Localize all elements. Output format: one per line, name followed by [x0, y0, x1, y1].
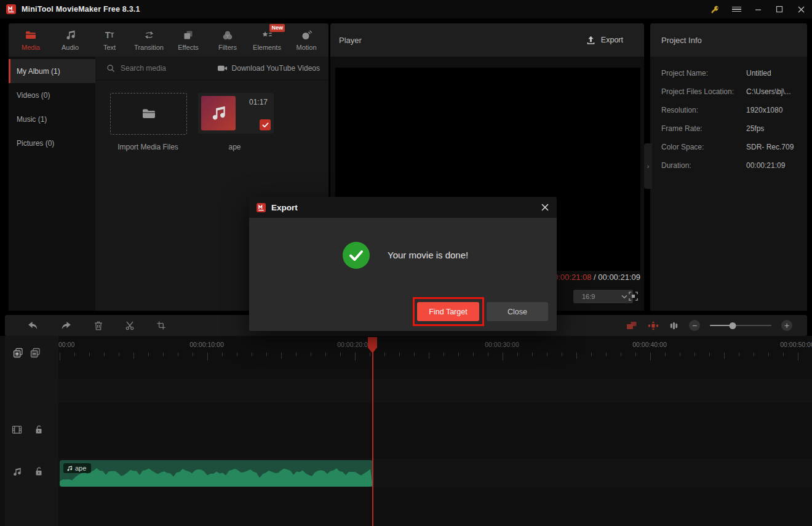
- youtube-video-icon: [217, 64, 228, 73]
- tab-media[interactable]: Media: [11, 23, 50, 57]
- ruler-time-label: 00:00:50:00: [780, 341, 812, 348]
- tab-label: Text: [103, 44, 116, 51]
- app-logo-icon: [257, 203, 266, 212]
- video-track-lock-icon[interactable]: [34, 424, 43, 434]
- search-icon: [106, 64, 115, 73]
- sidebar-item-videos[interactable]: Videos (0): [9, 83, 95, 107]
- fullscreen-icon[interactable]: [628, 291, 639, 301]
- audio-track-lock-icon[interactable]: [34, 466, 43, 476]
- success-check-icon: [343, 242, 370, 269]
- audio-track-icon: [12, 467, 22, 477]
- selected-check-icon[interactable]: [260, 119, 271, 130]
- project-row: Duration:00:00:21:09: [650, 156, 807, 175]
- project-row: Color Space:SDR- Rec.709: [650, 138, 807, 156]
- audio-waveform: [60, 460, 373, 487]
- tab-audio[interactable]: Audio: [50, 23, 90, 57]
- text-icon: TT: [105, 29, 114, 41]
- clip-name-badge: ape: [63, 463, 91, 473]
- chevron-down-icon: [621, 295, 627, 299]
- title-bar: MiniTool MovieMaker Free 8.3.1: [0, 0, 812, 18]
- project-row: Resolution:1920x1080: [650, 101, 807, 119]
- ruler-time-label: 00:00:30:00: [485, 341, 519, 348]
- undo-button[interactable]: [27, 321, 39, 330]
- player-title: Player: [339, 36, 362, 45]
- slider-thumb[interactable]: [730, 322, 736, 329]
- remove-track-icon[interactable]: [30, 347, 41, 359]
- ruler-time-label: 00:00:40:00: [632, 341, 666, 348]
- crop-button[interactable]: [156, 321, 166, 330]
- tab-text[interactable]: TT Text: [90, 23, 129, 57]
- search-input[interactable]: [119, 63, 214, 73]
- delete-button[interactable]: [94, 321, 103, 331]
- window-title: MiniTool MovieMaker Free 8.3.1: [22, 5, 140, 14]
- tab-motion[interactable]: Motion: [287, 23, 326, 57]
- sidebar-item-my-album[interactable]: My Album (1): [9, 59, 95, 83]
- export-button[interactable]: Export: [586, 35, 635, 46]
- redo-button[interactable]: [60, 321, 72, 330]
- app-window: MiniTool MovieMaker Free 8.3.1 Media: [0, 0, 812, 526]
- maximize-button[interactable]: [773, 2, 786, 16]
- media-folder-icon: [25, 29, 37, 41]
- timeline: 00:00 00:00:10:00 00:00:20:00 00:00:30:0…: [0, 336, 812, 526]
- tab-elements[interactable]: New Elements: [247, 23, 287, 57]
- overlay-mode-icon[interactable]: [626, 321, 638, 330]
- close-button[interactable]: [794, 2, 808, 16]
- ruler-time-label: 00:00:20:00: [337, 341, 371, 348]
- zoom-out-button[interactable]: −: [689, 320, 700, 331]
- media-item-ape[interactable]: 01:17: [198, 93, 274, 133]
- chevron-right-icon: ›: [647, 162, 650, 170]
- media-duration: 01:17: [249, 98, 268, 106]
- track-height-icon[interactable]: [669, 321, 679, 331]
- media-sidebar: My Album (1) Videos (0) Music (1) Pictur…: [9, 57, 95, 311]
- panel-collapse-handle[interactable]: ›: [644, 143, 652, 189]
- tab-filters[interactable]: Filters: [208, 23, 247, 57]
- add-track-icon[interactable]: [12, 347, 24, 359]
- tab-label: Filters: [218, 44, 237, 51]
- minimize-button[interactable]: [751, 2, 765, 16]
- zoom-in-button[interactable]: +: [781, 320, 792, 331]
- split-elements-icon[interactable]: [648, 321, 659, 330]
- license-key-icon[interactable]: [708, 2, 722, 16]
- tab-effects[interactable]: Effects: [169, 23, 208, 57]
- split-scissors-button[interactable]: [125, 321, 135, 330]
- audio-clip-ape[interactable]: ape: [60, 460, 373, 487]
- slider-track: [710, 325, 771, 326]
- music-note-icon: [66, 465, 73, 472]
- tab-label: Transition: [134, 44, 164, 51]
- find-target-button[interactable]: Find Target: [417, 302, 479, 321]
- tab-label: Motion: [296, 44, 316, 51]
- media-search-row: Download YouTube Videos: [95, 57, 328, 81]
- dialog-close-icon[interactable]: [541, 203, 549, 212]
- aspect-ratio-dropdown[interactable]: 16:9: [573, 290, 633, 303]
- sidebar-item-music[interactable]: Music (1): [9, 107, 95, 131]
- project-info-panel: Project Info Project Name:Untitled Proje…: [650, 23, 807, 311]
- playback-time: 00:00:21:08 / 00:00:21:09: [549, 273, 640, 282]
- music-note-icon: [65, 29, 76, 41]
- motion-icon: [301, 29, 312, 41]
- tab-label: Elements: [253, 44, 281, 51]
- tab-transition[interactable]: Transition: [129, 23, 169, 57]
- sidebar-item-pictures[interactable]: Pictures (0): [9, 131, 95, 155]
- playhead-handle[interactable]: [368, 337, 377, 354]
- playhead-line[interactable]: [372, 337, 373, 526]
- import-media-label: Import Media Files: [110, 143, 186, 151]
- transition-arrows-icon: [143, 29, 155, 41]
- search-box[interactable]: [106, 63, 217, 73]
- project-info-title: Project Info: [661, 36, 702, 45]
- music-note-icon: [210, 105, 226, 122]
- media-item-name: ape: [197, 143, 273, 151]
- project-row: Project Files Location:C:\Users\bj\...: [650, 82, 807, 101]
- menu-icon[interactable]: [730, 2, 743, 16]
- import-media-button[interactable]: [110, 93, 187, 135]
- tab-label: Effects: [178, 44, 198, 51]
- filters-icon: [222, 29, 233, 41]
- dialog-close-button[interactable]: Close: [487, 302, 548, 321]
- import-folder-icon: [141, 107, 157, 121]
- download-youtube-button[interactable]: Download YouTube Videos: [217, 64, 320, 73]
- export-upload-icon: [586, 35, 596, 46]
- ruler-time-label: 00:00: [58, 341, 74, 348]
- dialog-body: Your movie is done! Find Target Close: [249, 218, 557, 331]
- effects-icon: [183, 29, 194, 41]
- new-badge: New: [269, 24, 285, 32]
- timeline-zoom-slider[interactable]: [710, 321, 771, 330]
